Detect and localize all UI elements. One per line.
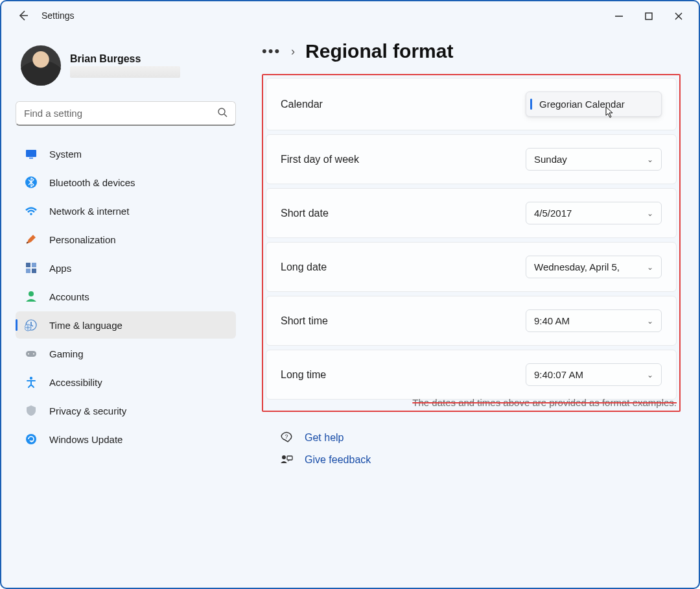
combo-value: Wednesday, April 5, — [534, 261, 620, 272]
sidebar-item-label: Accessibility — [49, 377, 102, 388]
accessibility-icon — [25, 376, 38, 389]
get-help-link[interactable]: ? Get help — [280, 431, 681, 444]
personalization-icon — [25, 233, 38, 246]
sidebar-item-label: Windows Update — [49, 434, 122, 445]
short-date-dropdown[interactable]: 4/5/2017 ⌄ — [526, 202, 662, 224]
sidebar-item-label: Personalization — [49, 234, 116, 245]
settings-window: Settings Brian Burgess Find a setting — [0, 0, 700, 589]
back-icon[interactable] — [17, 9, 30, 22]
sidebar: Brian Burgess Find a setting System Blue… — [16, 38, 236, 575]
combo-value: 4/5/2017 — [534, 208, 572, 219]
chevron-down-icon: ⌄ — [647, 155, 653, 164]
sidebar-item-label: Bluetooth & devices — [49, 177, 135, 188]
format-examples-note: The dates and times above are provided a… — [266, 397, 677, 408]
sidebar-item-network[interactable]: Network & internet — [16, 197, 236, 224]
header-row: Settings — [1, 6, 699, 31]
highlighted-region: Calendar Gregorian Calendar First day of… — [262, 74, 681, 412]
breadcrumb-ellipsis[interactable]: ••• — [262, 43, 281, 60]
help-icon: ? — [280, 431, 293, 444]
windows-update-icon — [25, 433, 38, 446]
profile[interactable]: Brian Burgess — [21, 45, 236, 86]
setting-label: Short time — [281, 315, 328, 327]
give-feedback-link[interactable]: Give feedback — [280, 453, 681, 466]
setting-label: Calendar — [281, 99, 323, 110]
avatar — [21, 45, 61, 86]
svg-point-19 — [28, 354, 29, 355]
sidebar-item-label: Time & language — [49, 320, 122, 331]
short-time-dropdown[interactable]: 9:40 AM ⌄ — [526, 309, 662, 332]
search-placeholder: Find a setting — [24, 108, 82, 119]
setting-label: First day of week — [281, 154, 359, 165]
system-icon — [25, 147, 38, 160]
first-day-dropdown[interactable]: Sunday ⌄ — [526, 148, 662, 171]
sidebar-item-label: Privacy & security — [49, 405, 126, 416]
link-text: Give feedback — [305, 454, 371, 466]
time-language-icon — [25, 319, 38, 331]
svg-rect-25 — [287, 456, 292, 460]
svg-rect-11 — [26, 263, 30, 267]
page-title: Regional format — [305, 40, 453, 62]
breadcrumb: ••• › Regional format — [262, 40, 681, 62]
svg-point-22 — [26, 434, 36, 444]
sidebar-item-label: Apps — [49, 263, 71, 274]
feedback-icon — [280, 453, 293, 466]
chevron-down-icon: ⌄ — [647, 263, 653, 272]
sidebar-item-bluetooth[interactable]: Bluetooth & devices — [16, 169, 236, 196]
privacy-icon — [25, 404, 38, 417]
svg-point-24 — [282, 455, 286, 459]
gaming-icon — [25, 347, 38, 360]
svg-rect-14 — [32, 269, 36, 273]
sidebar-item-accessibility[interactable]: Accessibility — [16, 368, 236, 396]
svg-point-5 — [218, 108, 225, 115]
bluetooth-icon — [25, 176, 38, 189]
combo-value: Sunday — [534, 154, 567, 165]
sidebar-item-label: Accounts — [49, 291, 89, 302]
sidebar-item-label: System — [49, 149, 82, 160]
svg-rect-18 — [26, 351, 36, 357]
setting-long-date: Long date Wednesday, April 5, ⌄ — [266, 242, 677, 292]
sidebar-item-personalization[interactable]: Personalization — [16, 226, 236, 253]
combo-value: Gregorian Calendar — [535, 99, 625, 110]
sidebar-item-time-language[interactable]: Time & language — [16, 311, 236, 339]
profile-name: Brian Burgess — [70, 53, 180, 65]
sidebar-item-label: Network & internet — [49, 206, 129, 217]
app-title: Settings — [41, 10, 75, 21]
setting-label: Long time — [281, 369, 326, 381]
profile-subtext — [70, 66, 180, 78]
help-links: ? Get help Give feedback — [262, 431, 681, 466]
sidebar-item-windows-update[interactable]: Windows Update — [16, 426, 236, 453]
setting-label: Short date — [281, 208, 329, 219]
sidebar-item-privacy[interactable]: Privacy & security — [16, 397, 236, 424]
chevron-down-icon: ⌄ — [647, 209, 653, 218]
sidebar-item-system[interactable]: System — [16, 140, 236, 167]
search-input[interactable]: Find a setting — [16, 101, 236, 126]
chevron-down-icon: ⌄ — [647, 370, 653, 379]
main-content: ••• › Regional format Calendar Gregorian… — [249, 38, 684, 575]
svg-rect-8 — [29, 158, 33, 159]
sidebar-item-label: Gaming — [49, 348, 84, 359]
setting-calendar: Calendar Gregorian Calendar — [266, 78, 677, 130]
long-date-dropdown[interactable]: Wednesday, April 5, ⌄ — [526, 256, 662, 278]
svg-point-10 — [30, 213, 32, 215]
svg-point-20 — [33, 354, 34, 355]
svg-rect-13 — [26, 269, 30, 273]
setting-label: Long date — [281, 261, 327, 273]
calendar-dropdown[interactable]: Gregorian Calendar — [526, 91, 662, 117]
svg-point-15 — [29, 291, 34, 296]
sidebar-item-accounts[interactable]: Accounts — [16, 283, 236, 310]
chevron-right-icon: › — [291, 45, 295, 58]
network-icon — [25, 204, 38, 217]
long-time-dropdown[interactable]: 9:40:07 AM ⌄ — [526, 363, 662, 386]
apps-icon — [25, 261, 38, 274]
sidebar-item-gaming[interactable]: Gaming — [16, 340, 236, 367]
chevron-down-icon: ⌄ — [647, 317, 653, 326]
setting-short-date: Short date 4/5/2017 ⌄ — [266, 188, 677, 238]
svg-text:?: ? — [285, 433, 288, 440]
svg-line-6 — [224, 114, 227, 117]
combo-value: 9:40 AM — [534, 315, 570, 326]
svg-point-21 — [30, 377, 32, 379]
accounts-icon — [25, 290, 38, 303]
setting-short-time: Short time 9:40 AM ⌄ — [266, 296, 677, 346]
link-text: Get help — [305, 432, 344, 444]
sidebar-item-apps[interactable]: Apps — [16, 254, 236, 282]
